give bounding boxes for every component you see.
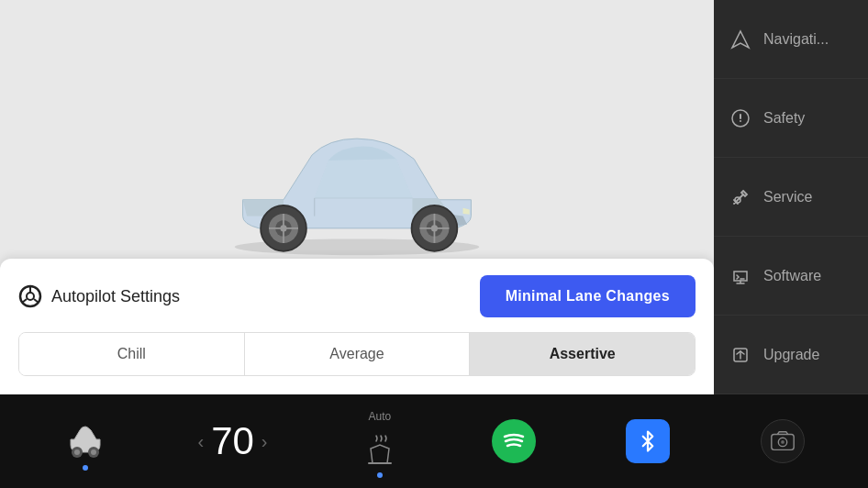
right-sidebar: Navigati... Safety Service Software <box>714 0 868 394</box>
taskbar-seat-heat[interactable]: Auto <box>358 410 402 472</box>
taskbar: ‹ 70 › Auto <box>0 394 868 488</box>
autopilot-title: Autopilot Settings <box>18 284 180 308</box>
sidebar-item-safety[interactable]: Safety <box>714 79 868 158</box>
chill-mode-button[interactable]: Chill <box>19 333 245 375</box>
car-icon <box>63 419 107 463</box>
speed-increase-button[interactable]: › <box>262 431 268 452</box>
svg-point-25 <box>740 120 741 122</box>
sidebar-label-software: Software <box>763 268 821 284</box>
taskbar-spotify[interactable] <box>492 419 536 463</box>
svg-point-18 <box>27 293 34 300</box>
autopilot-header: Autopilot Settings Minimal Lane Changes <box>18 275 696 317</box>
speed-decrease-button[interactable]: ‹ <box>197 431 204 452</box>
mode-selector: Chill Average Assertive <box>18 332 696 376</box>
car-image <box>183 110 531 257</box>
speed-value: 70 <box>211 419 254 463</box>
autopilot-panel: Autopilot Settings Minimal Lane Changes … <box>0 259 714 394</box>
bluetooth-icon <box>626 419 670 463</box>
main-content: Autopilot Settings Minimal Lane Changes … <box>0 0 714 394</box>
svg-point-36 <box>781 440 785 444</box>
service-icon <box>730 187 751 207</box>
sidebar-label-upgrade: Upgrade <box>763 347 819 363</box>
taskbar-camera[interactable] <box>761 419 805 463</box>
taskbar-car[interactable] <box>63 419 107 463</box>
sidebar-item-software[interactable]: Software <box>714 237 868 316</box>
svg-point-31 <box>74 449 80 455</box>
svg-line-21 <box>22 299 27 303</box>
svg-marker-22 <box>732 31 749 48</box>
seat-dot-indicator <box>377 472 383 478</box>
minimal-lane-changes-button[interactable]: Minimal Lane Changes <box>480 275 696 317</box>
sidebar-label-safety: Safety <box>763 110 805 127</box>
sidebar-item-service[interactable]: Service <box>714 158 868 237</box>
sidebar-label-service: Service <box>763 189 812 205</box>
svg-point-33 <box>91 449 96 455</box>
speed-display: ‹ 70 › <box>197 419 267 463</box>
assertive-mode-button[interactable]: Assertive <box>470 333 695 375</box>
spotify-icon <box>492 419 536 463</box>
auto-label: Auto <box>369 410 392 423</box>
svg-line-20 <box>34 299 39 303</box>
speed-control: ‹ 70 › <box>197 419 267 463</box>
sidebar-label-navigation: Navigati... <box>763 31 829 48</box>
upgrade-icon <box>730 345 751 365</box>
average-mode-button[interactable]: Average <box>245 333 471 375</box>
car-dot-indicator <box>83 465 88 471</box>
safety-icon <box>730 108 751 128</box>
seat-heat-icon <box>358 428 402 472</box>
camera-icon <box>761 419 805 463</box>
taskbar-bluetooth[interactable] <box>626 419 670 463</box>
sidebar-item-upgrade[interactable]: Upgrade <box>714 316 868 394</box>
sidebar-item-navigation[interactable]: Navigati... <box>714 0 868 79</box>
software-icon <box>730 266 751 286</box>
steering-wheel-icon <box>18 284 42 308</box>
navigation-icon <box>730 29 751 50</box>
autopilot-title-text: Autopilot Settings <box>51 287 180 306</box>
